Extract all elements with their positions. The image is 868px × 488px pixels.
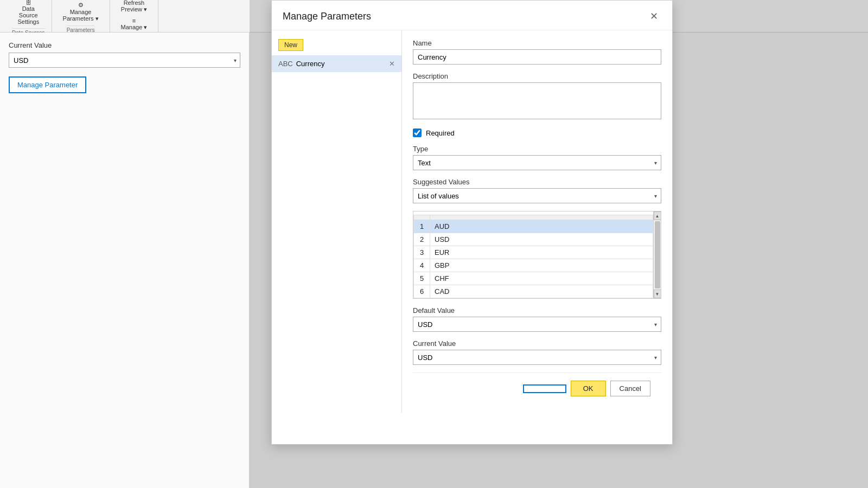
new-parameter-button[interactable]: New [278, 39, 303, 51]
dialog-overlay: Manage Parameters ✕ New ABC Currency ✕ [250, 0, 868, 488]
new-btn-row: New [272, 35, 401, 55]
cancel-button[interactable]: Cancel [610, 381, 650, 396]
data-sources-group: 🗄 DataSourceSettings Data Sources [5, 0, 52, 32]
name-label: Name [413, 39, 661, 47]
row-value-6[interactable]: CAD [430, 285, 653, 298]
table-row[interactable]: 5 CHF [414, 272, 653, 285]
col-num-header [414, 215, 430, 220]
description-label: Description [413, 72, 661, 80]
query-group: ↻ RefreshPreview ▾ ≡ Manage ▾ Query [110, 0, 159, 32]
ok-button[interactable]: OK [571, 381, 606, 396]
suggested-values-select[interactable]: Any value List of values Query [413, 188, 661, 203]
current-value-dropdown[interactable]: USD AUD EUR GBP ▾ [9, 53, 240, 68]
parameters-section-label: Parameters [67, 25, 95, 33]
row-value-3[interactable]: EUR [430, 246, 653, 259]
dialog-param-list: New ABC Currency ✕ [272, 30, 402, 413]
row-num-4: 4 [414, 259, 430, 272]
refresh-preview-btn[interactable]: ↻ RefreshPreview ▾ [117, 0, 151, 15]
row-value-4[interactable]: GBP [430, 259, 653, 272]
scrollbar-thumb[interactable] [655, 221, 660, 288]
row-num-6: 6 [414, 285, 430, 298]
manage-parameter-button[interactable]: Manage Parameter [9, 76, 86, 93]
default-value-select[interactable]: USD AUD EUR [413, 317, 661, 332]
param-abc-icon: ABC [278, 60, 293, 68]
current-value-form-group: Current Value USD AUD EUR ▾ [413, 339, 661, 365]
values-table: 1 AUD 2 USD 3 EUR [413, 215, 653, 298]
dialog-properties: Name Description Required Type [402, 30, 672, 413]
current-value-select[interactable]: USD AUD EUR GBP [14, 53, 235, 67]
row-num-3: 3 [414, 246, 430, 259]
params-icon: ⚙ [78, 2, 84, 9]
data-source-settings-label: DataSourceSettings [17, 5, 39, 25]
table-scrollbar[interactable]: ▲ ▼ [653, 211, 661, 298]
required-label: Required [426, 129, 455, 137]
current-value-dropdown-wrapper: USD AUD EUR ▾ [413, 350, 661, 365]
refresh-preview-label: RefreshPreview ▾ [121, 0, 147, 13]
param-item-close-button[interactable]: ✕ [389, 60, 395, 68]
scrollbar-down-btn[interactable]: ▼ [654, 290, 661, 298]
suggested-values-select-wrapper: Any value List of values Query ▾ [413, 188, 661, 203]
default-value-label: Default Value [413, 306, 661, 314]
type-select[interactable]: Text Decimal Integer Date/Time Binary Lo… [413, 155, 661, 170]
col-value-header [430, 215, 653, 220]
suggested-values-form-group: Suggested Values Any value List of value… [413, 178, 661, 203]
row-value-2[interactable]: USD [430, 233, 653, 246]
parameters-group: ⚙ ManageParameters ▾ Parameters [52, 0, 110, 32]
left-panel: Current Value USD AUD EUR GBP ▾ Manage P… [0, 33, 250, 488]
type-label: Type [413, 145, 661, 153]
current-value-label: Current Value [9, 41, 240, 49]
manage-parameters-label: ManageParameters ▾ [63, 9, 99, 22]
values-table-wrapper: 1 AUD 2 USD 3 EUR [413, 211, 661, 299]
manage-btn[interactable]: ≡ Manage ▾ [117, 15, 152, 33]
manage-label: Manage ▾ [121, 24, 148, 31]
description-textarea[interactable] [413, 82, 661, 119]
param-item-name: Currency [296, 60, 325, 68]
description-form-group: Description [413, 72, 661, 121]
dialog-close-button[interactable]: ✕ [647, 9, 661, 23]
database-icon: 🗄 [25, 0, 31, 5]
dialog-body: New ABC Currency ✕ Name Description [272, 30, 672, 413]
scrollbar-up-btn[interactable]: ▲ [654, 211, 661, 220]
name-form-group: Name [413, 39, 661, 65]
dialog-title-bar: Manage Parameters ✕ [272, 1, 672, 30]
dialog-title-text: Manage Parameters [283, 11, 371, 22]
type-select-wrapper: Text Decimal Integer Date/Time Binary Lo… [413, 155, 661, 170]
manage-param-section: Manage Parameter [9, 76, 240, 93]
required-row: Required [413, 129, 661, 137]
row-num-5: 5 [414, 272, 430, 285]
row-value-1[interactable]: AUD [430, 220, 653, 233]
table-row[interactable]: 3 EUR [414, 246, 653, 259]
type-form-group: Type Text Decimal Integer Date/Time Bina… [413, 145, 661, 170]
table-row[interactable]: 1 AUD [414, 220, 653, 233]
row-num-2: 2 [414, 233, 430, 246]
table-row[interactable]: 2 USD [414, 233, 653, 246]
table-row[interactable]: 6 CAD [414, 285, 653, 298]
row-value-5[interactable]: CHF [430, 272, 653, 285]
table-row[interactable]: 4 GBP [414, 259, 653, 272]
data-source-settings-btn[interactable]: 🗄 DataSourceSettings [13, 0, 43, 27]
current-value-dialog-select[interactable]: USD AUD EUR [413, 350, 661, 365]
current-value-form-label: Current Value [413, 339, 661, 348]
current-value-section: Current Value USD AUD EUR GBP ▾ [9, 41, 240, 68]
manage-icon: ≡ [132, 17, 136, 24]
name-input[interactable] [413, 49, 661, 65]
required-checkbox[interactable] [413, 129, 422, 137]
manage-parameters-dialog: Manage Parameters ✕ New ABC Currency ✕ [271, 0, 673, 445]
row-num-1: 1 [414, 220, 430, 233]
manage-parameters-btn[interactable]: ⚙ ManageParameters ▾ [59, 0, 103, 24]
default-value-dropdown-wrapper: USD AUD EUR ▾ [413, 317, 661, 332]
currency-param-item[interactable]: ABC Currency ✕ [272, 55, 401, 72]
empty-action-button[interactable] [523, 384, 566, 393]
default-value-form-group: Default Value USD AUD EUR ▾ [413, 306, 661, 332]
dialog-footer: OK Cancel [413, 373, 661, 404]
suggested-values-label: Suggested Values [413, 178, 661, 186]
